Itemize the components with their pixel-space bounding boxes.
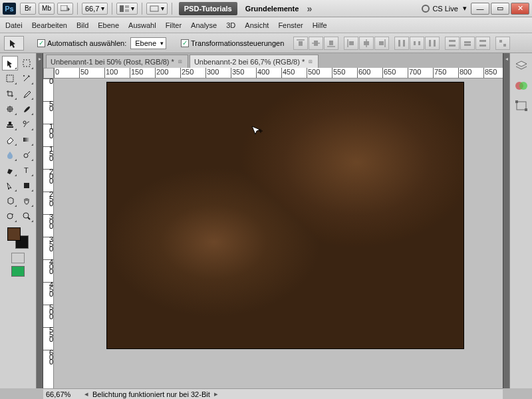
svg-rect-51 <box>517 102 526 110</box>
view-extras-button[interactable] <box>57 3 73 15</box>
ruler-origin[interactable] <box>43 68 54 78</box>
align-top-button[interactable] <box>293 37 308 50</box>
align-hcenter-button[interactable] <box>359 37 374 50</box>
auto-select-target-dropdown[interactable]: Ebene <box>130 37 166 49</box>
tool-eraser[interactable] <box>2 132 18 147</box>
tool-zoom[interactable] <box>19 209 35 223</box>
menu-bild[interactable]: Bild <box>76 21 88 29</box>
svg-rect-2 <box>125 5 129 8</box>
distribute-right-button[interactable] <box>475 37 490 50</box>
menu-analyse[interactable]: Analyse <box>191 21 217 29</box>
close-tab-icon[interactable]: ⧆ <box>307 59 314 65</box>
current-tool-icon[interactable] <box>4 36 24 51</box>
tool-type[interactable]: T <box>19 163 35 178</box>
tool-rotate-view[interactable] <box>2 209 18 223</box>
menu-ebene[interactable]: Ebene <box>98 21 119 29</box>
tool-healing[interactable] <box>2 102 18 116</box>
menu-hilfe[interactable]: Hilfe <box>313 21 327 29</box>
svg-point-44 <box>7 213 13 219</box>
align-bottom-button[interactable] <box>324 37 338 50</box>
auto-align-button[interactable] <box>495 37 510 50</box>
workspace-grundelemente[interactable]: Grundelemente <box>245 5 299 13</box>
tool-dodge[interactable] <box>19 148 35 162</box>
svg-rect-19 <box>414 41 416 45</box>
distribute-hcenter-button[interactable] <box>460 37 475 50</box>
svg-rect-39 <box>23 138 30 142</box>
foreground-color-swatch[interactable] <box>7 227 21 241</box>
distribute-bottom-button[interactable] <box>425 37 440 50</box>
tool-pen[interactable] <box>2 163 18 178</box>
tool-marquee[interactable] <box>2 71 18 86</box>
window-minimize-button[interactable]: — <box>471 3 489 15</box>
paths-panel-icon[interactable] <box>513 98 529 113</box>
window-close-button[interactable]: ✕ <box>511 3 529 15</box>
tool-stamp[interactable] <box>2 117 18 132</box>
svg-rect-16 <box>379 41 384 45</box>
tool-crop[interactable] <box>2 86 18 101</box>
menu-3d[interactable]: 3D <box>226 21 235 29</box>
status-zoom[interactable]: 66,67% <box>46 390 80 398</box>
screen-mode-toggle[interactable] <box>11 266 25 277</box>
tool-move[interactable] <box>2 56 18 70</box>
align-right-button[interactable] <box>374 37 389 50</box>
tool-3d[interactable] <box>2 194 18 208</box>
app-logo-icon: Ps <box>3 3 16 15</box>
tool-artboard[interactable] <box>19 56 35 70</box>
workspace-psd-tutorials[interactable]: PSD-Tutorials <box>179 2 237 15</box>
tool-path-select[interactable] <box>2 178 18 193</box>
quick-mask-button[interactable] <box>11 253 25 263</box>
distribute-top-button[interactable] <box>394 37 409 50</box>
color-swatches[interactable] <box>7 227 29 249</box>
adjustments-panel-icon[interactable] <box>513 78 529 93</box>
status-next-icon[interactable]: ▸ <box>214 390 218 398</box>
menu-bearbeiten[interactable]: Bearbeiten <box>32 21 67 29</box>
svg-rect-23 <box>449 40 456 42</box>
title-bar: Ps Br Mb 66,7 ▾ ▾ ▾ PSD-Tutorials Grunde… <box>0 0 532 17</box>
distribute-left-button[interactable] <box>445 37 460 50</box>
menu-datei[interactable]: Datei <box>5 21 23 29</box>
window-maximize-button[interactable]: ▭ <box>491 3 509 15</box>
tool-shape[interactable] <box>19 178 35 193</box>
tool-history-brush[interactable] <box>19 117 35 132</box>
menu-filter[interactable]: Filter <box>166 21 182 29</box>
cs-live-icon <box>422 5 430 13</box>
svg-rect-18 <box>403 40 405 47</box>
distribute-vcenter-button[interactable] <box>410 37 424 50</box>
close-tab-icon[interactable]: ⧆ <box>177 59 184 65</box>
status-prev-icon[interactable]: ◂ <box>84 390 88 398</box>
menu-bar: Datei Bearbeiten Bild Ebene Auswahl Filt… <box>0 17 532 33</box>
vertical-ruler[interactable]: 050100150200250300350400450500550600 <box>43 78 54 388</box>
bridge-button[interactable]: Br <box>20 3 36 15</box>
menu-auswahl[interactable]: Auswahl <box>128 21 156 29</box>
tool-brush[interactable] <box>19 102 35 116</box>
tool-eyedropper[interactable] <box>19 86 35 101</box>
tool-hand[interactable] <box>19 194 35 208</box>
align-vcenter-button[interactable] <box>309 37 323 50</box>
transform-controls-checkbox[interactable]: ✓Transformationssteuerungen <box>181 39 284 47</box>
tool-gradient[interactable] <box>19 132 35 147</box>
workspace-more-icon[interactable]: » <box>307 3 312 14</box>
document-tab[interactable]: Unbenannt-1 bei 50% (Rost, RGB/8) *⧆ <box>46 55 188 68</box>
svg-rect-20 <box>418 41 420 45</box>
arrange-documents-button[interactable]: ▾ <box>116 3 138 15</box>
cs-live-button[interactable]: CS Live ▾ <box>422 4 467 13</box>
right-panel-gutter[interactable]: ◂ <box>503 53 509 388</box>
svg-rect-24 <box>449 45 456 47</box>
tool-magic-wand[interactable] <box>19 71 35 86</box>
layers-panel-icon[interactable] <box>513 59 529 73</box>
menu-fenster[interactable]: Fenster <box>278 21 303 29</box>
horizontal-ruler[interactable]: 0501001502002503003504004505005506006507… <box>54 68 503 78</box>
auto-select-checkbox[interactable]: ✓Automatisch auswählen: <box>37 39 126 47</box>
svg-rect-32 <box>7 75 13 82</box>
svg-rect-27 <box>479 40 486 42</box>
align-left-button[interactable] <box>344 37 358 50</box>
document-tab[interactable]: Unbenannt-2 bei 66,7% (RGB/8) *⧆ <box>190 55 319 68</box>
screen-mode-button[interactable]: ▾ <box>146 3 168 15</box>
canvas[interactable] <box>107 82 464 348</box>
tool-blur[interactable] <box>2 148 18 162</box>
menu-ansicht[interactable]: Ansicht <box>245 21 269 29</box>
zoom-level-dropdown[interactable]: 66,7 ▾ <box>82 3 108 15</box>
left-panel-gutter[interactable]: ▸ <box>37 53 43 388</box>
minibridge-button[interactable]: Mb <box>39 3 55 15</box>
svg-point-50 <box>519 82 527 90</box>
